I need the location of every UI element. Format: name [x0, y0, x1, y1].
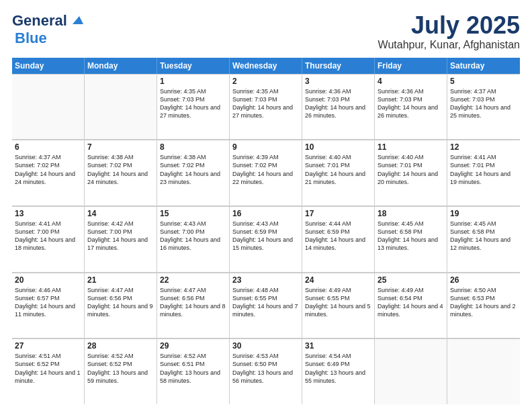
header-day-monday: Monday [85, 58, 157, 74]
daylight-text: Daylight: 14 hours and 1 minute. [15, 369, 81, 385]
day-number: 10 [305, 142, 371, 152]
sunrise-text: Sunrise: 4:39 AM [232, 153, 299, 161]
sunset-text: Sunset: 7:00 PM [15, 228, 81, 236]
calendar-cell: 12Sunrise: 4:41 AMSunset: 7:01 PMDayligh… [447, 140, 520, 205]
daylight-text: Daylight: 14 hours and 21 minutes. [305, 170, 371, 186]
calendar-cell: 13Sunrise: 4:41 AMSunset: 7:00 PMDayligh… [12, 206, 85, 272]
sunset-text: Sunset: 7:00 PM [160, 228, 226, 236]
sunset-text: Sunset: 6:53 PM [450, 294, 517, 302]
calendar-cell: 17Sunrise: 4:44 AMSunset: 6:59 PMDayligh… [302, 206, 375, 272]
sunset-text: Sunset: 6:54 PM [378, 294, 444, 302]
day-number: 12 [450, 142, 517, 152]
sunrise-text: Sunrise: 4:46 AM [15, 286, 81, 294]
sunrise-text: Sunrise: 4:42 AM [87, 220, 154, 228]
day-number: 4 [378, 77, 444, 86]
calendar-cell: 16Sunrise: 4:43 AMSunset: 6:59 PMDayligh… [230, 206, 302, 272]
calendar-cell [375, 338, 447, 404]
calendar-week-3: 13Sunrise: 4:41 AMSunset: 7:00 PMDayligh… [12, 206, 520, 273]
day-number: 13 [15, 209, 81, 218]
calendar-cell: 1Sunrise: 4:35 AMSunset: 7:03 PMDaylight… [157, 74, 230, 140]
calendar-cell: 24Sunrise: 4:49 AMSunset: 6:55 PMDayligh… [302, 273, 375, 338]
sunrise-text: Sunrise: 4:37 AM [15, 153, 81, 161]
calendar-cell [447, 338, 520, 404]
sunset-text: Sunset: 6:56 PM [160, 294, 226, 302]
sunset-text: Sunset: 6:55 PM [232, 294, 299, 302]
sunset-text: Sunset: 7:02 PM [87, 161, 154, 169]
day-number: 22 [160, 275, 226, 285]
daylight-text: Daylight: 14 hours and 13 minutes. [378, 236, 444, 252]
calendar-cell: 25Sunrise: 4:49 AMSunset: 6:54 PMDayligh… [375, 273, 447, 338]
sunrise-text: Sunrise: 4:43 AM [232, 220, 299, 228]
daylight-text: Daylight: 14 hours and 11 minutes. [15, 302, 81, 318]
sunset-text: Sunset: 7:03 PM [305, 95, 371, 103]
sunset-text: Sunset: 6:52 PM [87, 360, 154, 368]
calendar-cell: 18Sunrise: 4:45 AMSunset: 6:58 PMDayligh… [375, 206, 447, 272]
sunset-text: Sunset: 6:55 PM [305, 294, 371, 302]
sunrise-text: Sunrise: 4:41 AM [450, 153, 517, 161]
day-number: 3 [305, 77, 371, 86]
sunrise-text: Sunrise: 4:35 AM [232, 87, 299, 95]
sunrise-text: Sunrise: 4:47 AM [160, 286, 226, 294]
day-number: 17 [305, 209, 371, 218]
sunrise-text: Sunrise: 4:48 AM [232, 286, 299, 294]
subtitle: Wutahpur, Kunar, Afghanistan [378, 39, 520, 51]
page: General Blue July 2025 Wutahpur, Kunar, … [0, 0, 532, 411]
calendar-cell: 7Sunrise: 4:38 AMSunset: 7:02 PMDaylight… [85, 140, 157, 205]
sunset-text: Sunset: 6:56 PM [87, 294, 154, 302]
header-day-friday: Friday [375, 58, 447, 74]
daylight-text: Daylight: 14 hours and 26 minutes. [378, 103, 444, 120]
daylight-text: Daylight: 14 hours and 26 minutes. [305, 103, 371, 120]
logo-general: General [12, 12, 67, 30]
daylight-text: Daylight: 13 hours and 56 minutes. [232, 369, 299, 385]
sunset-text: Sunset: 7:03 PM [160, 95, 226, 103]
day-number: 24 [305, 275, 371, 285]
daylight-text: Daylight: 14 hours and 8 minutes. [160, 302, 226, 318]
sunrise-text: Sunrise: 4:47 AM [87, 286, 154, 294]
calendar-cell: 10Sunrise: 4:40 AMSunset: 7:01 PMDayligh… [302, 140, 375, 205]
header-day-wednesday: Wednesday [230, 58, 302, 74]
day-number: 31 [305, 341, 371, 351]
calendar-week-5: 27Sunrise: 4:51 AMSunset: 6:52 PMDayligh… [12, 338, 520, 404]
svg-marker-0 [73, 16, 83, 24]
sunrise-text: Sunrise: 4:45 AM [450, 220, 517, 228]
sunset-text: Sunset: 7:03 PM [450, 95, 517, 103]
sunrise-text: Sunrise: 4:54 AM [305, 352, 371, 360]
day-number: 18 [378, 209, 444, 218]
day-number: 16 [232, 209, 299, 218]
daylight-text: Daylight: 14 hours and 25 minutes. [450, 103, 517, 120]
sunset-text: Sunset: 6:52 PM [15, 360, 81, 368]
daylight-text: Daylight: 14 hours and 27 minutes. [232, 103, 299, 120]
calendar-cell: 2Sunrise: 4:35 AMSunset: 7:03 PMDaylight… [230, 74, 302, 140]
header-day-sunday: Sunday [12, 58, 85, 74]
calendar-cell: 22Sunrise: 4:47 AMSunset: 6:56 PMDayligh… [157, 273, 230, 338]
calendar-cell: 30Sunrise: 4:53 AMSunset: 6:50 PMDayligh… [230, 338, 302, 404]
daylight-text: Daylight: 14 hours and 9 minutes. [87, 302, 154, 318]
sunrise-text: Sunrise: 4:49 AM [378, 286, 444, 294]
calendar-cell: 23Sunrise: 4:48 AMSunset: 6:55 PMDayligh… [230, 273, 302, 338]
calendar-body: 1Sunrise: 4:35 AMSunset: 7:03 PMDaylight… [12, 74, 520, 404]
calendar-cell [12, 74, 85, 140]
day-number: 21 [87, 275, 154, 285]
day-number: 1 [160, 77, 226, 86]
sunset-text: Sunset: 6:51 PM [160, 360, 226, 368]
daylight-text: Daylight: 14 hours and 19 minutes. [450, 170, 517, 186]
sunset-text: Sunset: 6:57 PM [15, 294, 81, 302]
sunset-text: Sunset: 6:59 PM [305, 228, 371, 236]
day-number: 20 [15, 275, 81, 285]
sunrise-text: Sunrise: 4:38 AM [87, 153, 154, 161]
calendar-week-2: 6Sunrise: 4:37 AMSunset: 7:02 PMDaylight… [12, 140, 520, 206]
sunset-text: Sunset: 6:50 PM [232, 360, 299, 368]
calendar-cell: 6Sunrise: 4:37 AMSunset: 7:02 PMDaylight… [12, 140, 85, 205]
daylight-text: Daylight: 14 hours and 5 minutes. [305, 302, 371, 318]
sunset-text: Sunset: 7:02 PM [160, 161, 226, 169]
daylight-text: Daylight: 14 hours and 2 minutes. [450, 302, 517, 318]
day-number: 5 [450, 77, 517, 86]
sunset-text: Sunset: 6:58 PM [378, 228, 444, 236]
daylight-text: Daylight: 14 hours and 16 minutes. [160, 236, 226, 252]
sunrise-text: Sunrise: 4:38 AM [160, 153, 226, 161]
daylight-text: Daylight: 14 hours and 4 minutes. [378, 302, 444, 318]
daylight-text: Daylight: 14 hours and 15 minutes. [232, 236, 299, 252]
day-number: 29 [160, 341, 226, 351]
day-number: 30 [232, 341, 299, 351]
day-number: 9 [232, 142, 299, 152]
